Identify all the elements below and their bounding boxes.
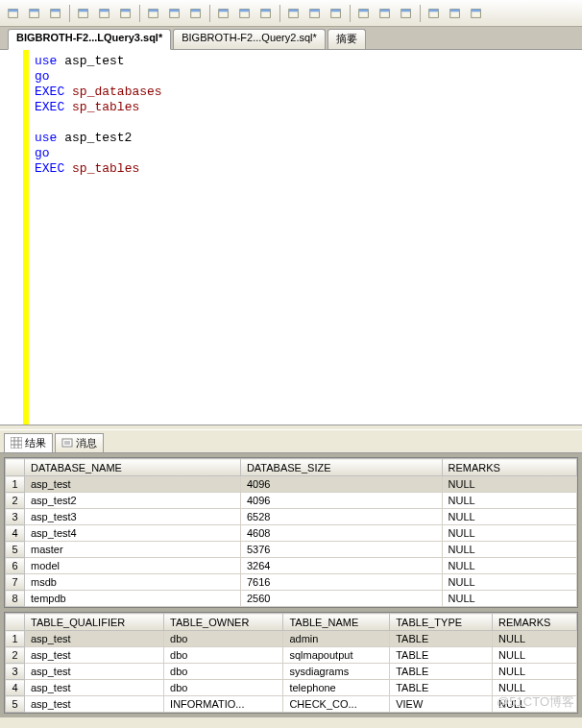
cell[interactable]: NULL xyxy=(493,631,577,647)
paste-button[interactable] xyxy=(116,4,135,23)
column-header[interactable]: TABLE_OWNER xyxy=(164,614,283,631)
column-header[interactable]: DATABASE_SIZE xyxy=(240,459,442,476)
row-number[interactable]: 2 xyxy=(6,493,25,509)
cell[interactable]: asp_test4 xyxy=(25,525,241,542)
outdent-button[interactable] xyxy=(354,4,374,23)
forward-button[interactable] xyxy=(305,4,325,23)
corner-header[interactable] xyxy=(6,459,25,476)
indent-button[interactable] xyxy=(327,4,346,23)
open-button[interactable] xyxy=(25,4,44,23)
cell[interactable]: dbo xyxy=(164,631,283,647)
zoom-button[interactable] xyxy=(376,4,395,23)
table-row[interactable]: 7msdb7616NULL xyxy=(6,574,577,591)
table-row[interactable]: 3asp_testdbosysdiagramsTABLENULL xyxy=(6,664,577,680)
list2-button[interactable] xyxy=(424,4,444,23)
cell[interactable]: NULL xyxy=(442,574,576,591)
cell[interactable]: VIEW xyxy=(390,696,493,713)
cell[interactable]: 4096 xyxy=(240,493,442,509)
cell[interactable]: 3264 xyxy=(240,558,442,574)
save-button[interactable] xyxy=(46,4,65,23)
cell[interactable]: 2560 xyxy=(240,591,442,607)
cell[interactable]: INFORMATIO... xyxy=(164,696,283,713)
row-number[interactable]: 3 xyxy=(6,509,25,525)
cell[interactable]: TABLE xyxy=(390,680,493,696)
table-row[interactable]: 1asp_testdboadminTABLENULL xyxy=(6,631,577,647)
cell[interactable]: asp_test xyxy=(25,476,241,493)
row-number[interactable]: 1 xyxy=(6,631,25,647)
cell[interactable]: NULL xyxy=(442,476,576,493)
cell[interactable]: admin xyxy=(283,631,390,647)
table-row[interactable]: 2asp_testdbosqlmapoutputTABLENULL xyxy=(6,647,577,664)
cell[interactable]: NULL xyxy=(442,558,576,574)
column-header[interactable]: TABLE_QUALIFIER xyxy=(25,614,164,631)
tables-table[interactable]: TABLE_QUALIFIERTABLE_OWNERTABLE_NAMETABL… xyxy=(5,613,577,713)
cell[interactable]: NULL xyxy=(442,509,576,525)
column-header[interactable]: TABLE_TYPE xyxy=(390,614,493,631)
cell[interactable]: dbo xyxy=(164,680,283,696)
row-number[interactable]: 3 xyxy=(6,664,25,680)
row-number[interactable]: 7 xyxy=(6,574,25,591)
result-tab-grid[interactable]: 结果 xyxy=(4,433,53,452)
cell[interactable]: NULL xyxy=(493,680,577,696)
cell[interactable]: sysdiagrams xyxy=(283,664,390,680)
cell[interactable]: 4096 xyxy=(240,476,442,493)
row-number[interactable]: 8 xyxy=(6,591,25,607)
column-header[interactable]: REMARKS xyxy=(493,614,577,631)
table-button[interactable] xyxy=(165,4,184,23)
cell[interactable]: 7616 xyxy=(240,574,442,591)
cell[interactable]: asp_test xyxy=(25,647,164,664)
cell[interactable]: msdb xyxy=(25,574,241,591)
table-row[interactable]: 4asp_test44608NULL xyxy=(6,525,577,542)
cell[interactable]: NULL xyxy=(493,696,577,713)
table-row[interactable]: 5master5376NULL xyxy=(6,542,577,558)
floppy-button[interactable] xyxy=(144,4,163,23)
list-button[interactable] xyxy=(397,4,416,23)
cell[interactable]: asp_test2 xyxy=(25,493,241,509)
back-button[interactable] xyxy=(284,4,303,23)
corner-header[interactable] xyxy=(6,614,25,631)
cell[interactable]: 6528 xyxy=(240,509,442,525)
grid2-button[interactable] xyxy=(235,4,255,23)
column-header[interactable]: DATABASE_NAME xyxy=(25,459,241,476)
column-header[interactable]: TABLE_NAME xyxy=(283,614,390,631)
databases-table[interactable]: DATABASE_NAMEDATABASE_SIZEREMARKS1asp_te… xyxy=(5,458,577,607)
cell[interactable]: NULL xyxy=(442,525,576,542)
row-number[interactable]: 1 xyxy=(6,476,25,493)
cell[interactable]: 5376 xyxy=(240,542,442,558)
cell[interactable]: asp_test3 xyxy=(25,509,241,525)
copy-button[interactable] xyxy=(95,4,114,23)
bookmark-button[interactable] xyxy=(256,4,276,23)
cell[interactable]: asp_test xyxy=(25,696,164,713)
cell[interactable]: TABLE xyxy=(390,647,493,664)
cell[interactable]: NULL xyxy=(493,664,577,680)
cell[interactable]: dbo xyxy=(164,647,283,664)
cut-button[interactable] xyxy=(74,4,93,23)
result-tab-msg[interactable]: 消息 xyxy=(55,433,104,452)
cell[interactable]: 4608 xyxy=(240,525,442,542)
file-tab[interactable]: BIGBROTH-F2...Query2.sql* xyxy=(173,29,326,49)
cell[interactable]: asp_test xyxy=(25,664,164,680)
row-number[interactable]: 5 xyxy=(6,542,25,558)
table-row[interactable]: 5asp_testINFORMATIO...CHECK_CO...VIEWNUL… xyxy=(6,696,577,713)
cell[interactable]: NULL xyxy=(442,493,576,509)
undo-button[interactable] xyxy=(186,4,206,23)
file-tab[interactable]: 摘要 xyxy=(327,29,366,49)
new-file-button[interactable] xyxy=(4,4,23,23)
row-number[interactable]: 2 xyxy=(6,647,25,664)
uncomment-button[interactable] xyxy=(467,4,486,23)
cell[interactable]: TABLE xyxy=(390,664,493,680)
row-number[interactable]: 4 xyxy=(6,680,25,696)
code-area[interactable]: use asp_testgoEXEC sp_databasesEXEC sp_t… xyxy=(29,50,168,425)
cell[interactable]: NULL xyxy=(493,647,577,664)
cell[interactable]: master xyxy=(25,542,241,558)
table-row[interactable]: 2asp_test24096NULL xyxy=(6,493,577,509)
table-row[interactable]: 6model3264NULL xyxy=(6,558,577,574)
cell[interactable]: TABLE xyxy=(390,631,493,647)
table-row[interactable]: 4asp_testdbotelephoneTABLENULL xyxy=(6,680,577,696)
cell[interactable]: NULL xyxy=(442,542,576,558)
file-tab[interactable]: BIGBROTH-F2...LQuery3.sql* xyxy=(8,29,171,50)
redo-button[interactable] xyxy=(214,4,233,23)
cell[interactable]: model xyxy=(25,558,241,574)
sql-editor[interactable]: use asp_testgoEXEC sp_databasesEXEC sp_t… xyxy=(0,50,582,425)
table-row[interactable]: 1asp_test4096NULL xyxy=(6,476,577,493)
